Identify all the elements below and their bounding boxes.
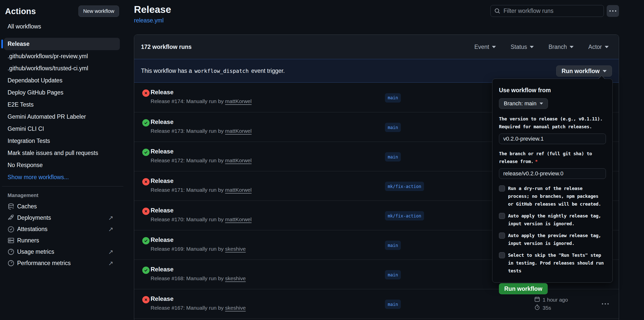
runs-panel-header: 172 workflow runs Event Status Branch Ac… bbox=[134, 35, 619, 59]
sidebar-item-caches[interactable]: Caches bbox=[0, 201, 125, 212]
banner-text: This workflow has aworkflow_dispatcheven… bbox=[141, 68, 285, 74]
run-title-link[interactable]: Release bbox=[151, 207, 251, 214]
branch-badge[interactable]: main bbox=[385, 270, 401, 279]
popup-text-input[interactable] bbox=[499, 168, 606, 179]
required-asterisk: * bbox=[535, 159, 538, 164]
popup-checkbox[interactable] bbox=[499, 233, 505, 239]
runs-filters: Event Status Branch Actor bbox=[474, 44, 609, 50]
show-more-workflows-link[interactable]: Show more workflows... bbox=[4, 171, 125, 183]
external-link-icon: ↗ bbox=[108, 226, 113, 232]
new-workflow-button[interactable]: New workflow bbox=[78, 6, 119, 17]
run-workflow-submit-button[interactable]: Run workflow bbox=[499, 283, 548, 294]
branch-badge[interactable]: main bbox=[385, 241, 401, 250]
popup-field-label: The version to release (e.g., v0.1.11). … bbox=[499, 115, 606, 131]
actor-link[interactable]: skeshive bbox=[225, 275, 246, 281]
branch-badge[interactable]: main bbox=[385, 300, 401, 309]
sidebar-item-workflow[interactable]: Gemini Automated PR Labeler bbox=[4, 111, 120, 123]
run-title-link[interactable]: Release bbox=[151, 177, 251, 184]
run-workflow-dropdown-button[interactable]: Run workflow bbox=[556, 66, 612, 77]
external-link-icon: ↗ bbox=[108, 249, 113, 255]
next-row-edge bbox=[134, 318, 619, 320]
run-description: Release #172: Manually run by mattKorwel bbox=[151, 157, 251, 164]
sidebar-item-workflow[interactable]: .github/workflows/pr-review.yml bbox=[4, 50, 120, 62]
filter-actor[interactable]: Actor bbox=[588, 44, 609, 50]
run-time-ago: 1 hour ago bbox=[543, 297, 568, 303]
run-title-link[interactable]: Release bbox=[151, 118, 251, 125]
actor-link[interactable]: mattKorwel bbox=[225, 187, 251, 193]
run-title-link[interactable]: Release bbox=[151, 266, 246, 273]
actor-link[interactable]: mattKorwel bbox=[225, 157, 251, 163]
sidebar-item-workflow[interactable]: E2E Tests bbox=[4, 99, 120, 111]
external-link-icon: ↗ bbox=[108, 215, 113, 221]
workflow-title: Release bbox=[134, 4, 171, 15]
chevron-down-icon bbox=[605, 46, 609, 48]
sidebar-divider bbox=[2, 186, 123, 186]
run-workflow-popup: Use workflow from Branch: main The versi… bbox=[492, 79, 613, 283]
sidebar-item-workflow[interactable]: Gemini CLI CI bbox=[4, 123, 120, 135]
chevron-down-icon bbox=[492, 46, 496, 48]
chevron-down-icon bbox=[603, 70, 607, 72]
branch-badge[interactable]: mk/fix-action bbox=[385, 211, 424, 220]
page-title: Actions bbox=[5, 7, 36, 16]
run-kebab-button[interactable] bbox=[600, 301, 611, 307]
popup-checkbox[interactable] bbox=[499, 185, 505, 191]
sidebar-item-deployments[interactable]: Deployments ↗ bbox=[0, 212, 125, 223]
sidebar-item-workflow[interactable]: Dependabot Updates bbox=[4, 74, 120, 86]
management-heading: Management bbox=[8, 193, 125, 198]
search-icon bbox=[494, 8, 500, 14]
sidebar-item-attestations[interactable]: Attestations ↗ bbox=[0, 223, 125, 235]
filter-branch[interactable]: Branch bbox=[548, 44, 574, 50]
branch-badge[interactable]: main bbox=[385, 123, 401, 132]
chevron-down-icon bbox=[530, 46, 534, 48]
actor-link[interactable]: mattKorwel bbox=[225, 98, 251, 104]
actor-link[interactable]: skeshive bbox=[225, 305, 246, 311]
run-meta: 1 hour ago 35s bbox=[534, 295, 568, 312]
actor-link[interactable]: skeshive bbox=[225, 246, 246, 252]
sidebar-item-workflow[interactable]: .github/workflows/trusted-ci.yml bbox=[4, 62, 120, 74]
sidebar-item-usage-metrics[interactable]: Usage metrics ↗ bbox=[0, 246, 125, 258]
chevron-down-icon bbox=[540, 103, 543, 105]
run-duration: 35s bbox=[543, 305, 551, 311]
branch-badge[interactable]: mk/fix-action bbox=[385, 182, 424, 191]
sidebar-item-performance-metrics[interactable]: Performance metrics ↗ bbox=[0, 258, 125, 269]
run-title-link[interactable]: Release bbox=[151, 236, 246, 243]
popup-checkbox-label: Auto apply the preview release tag, inpu… bbox=[508, 232, 605, 247]
cache-icon bbox=[8, 203, 14, 210]
sidebar-item-workflow[interactable]: Mark stale issues and pull requests bbox=[4, 147, 120, 159]
run-description: Release #173: Manually run by mattKorwel bbox=[151, 128, 251, 134]
workflow-file-link[interactable]: release.yml bbox=[134, 17, 164, 24]
chevron-down-icon bbox=[570, 46, 574, 48]
sidebar-item-all-workflows[interactable]: All workflows bbox=[8, 23, 41, 30]
popup-checkbox[interactable] bbox=[499, 213, 505, 219]
success-status-icon bbox=[142, 237, 150, 244]
banner-code: workflow_dispatch bbox=[194, 68, 249, 74]
verified-icon bbox=[8, 226, 14, 233]
actor-link[interactable]: mattKorwel bbox=[225, 216, 251, 222]
sidebar-item-workflow[interactable]: No Response bbox=[4, 159, 120, 171]
sidebar-item-workflow[interactable]: Deploy GitHub Pages bbox=[4, 86, 120, 99]
success-status-icon bbox=[142, 267, 150, 274]
selected-indicator bbox=[1, 40, 3, 48]
popup-text-input[interactable] bbox=[499, 134, 606, 144]
sidebar-item-workflow[interactable]: Integration Tests bbox=[4, 135, 120, 147]
run-title-link[interactable]: Release bbox=[151, 295, 246, 302]
actor-link[interactable]: mattKorwel bbox=[225, 128, 251, 134]
run-title-link[interactable]: Release bbox=[151, 89, 251, 96]
run-description: Release #171: Manually run by mattKorwel bbox=[151, 187, 251, 193]
success-status-icon bbox=[142, 149, 150, 156]
failure-status-icon bbox=[142, 296, 150, 303]
popup-checkbox-label: Run a dry-run of the release process; no… bbox=[508, 184, 605, 208]
sidebar-item-workflow[interactable]: Release bbox=[4, 38, 120, 50]
branch-selector-button[interactable]: Branch: main bbox=[499, 98, 548, 109]
filter-status[interactable]: Status bbox=[511, 44, 534, 50]
popup-checkbox[interactable] bbox=[499, 252, 505, 258]
sidebar-item-runners[interactable]: Runners bbox=[0, 235, 125, 246]
rocket-icon bbox=[8, 214, 14, 221]
filter-event[interactable]: Event bbox=[474, 44, 496, 50]
page-kebab-menu-button[interactable] bbox=[607, 5, 619, 17]
runs-count: 172 workflow runs bbox=[141, 44, 192, 50]
run-title-link[interactable]: Release bbox=[151, 148, 251, 155]
branch-badge[interactable]: main bbox=[385, 93, 401, 102]
filter-workflow-runs-input[interactable] bbox=[503, 8, 600, 14]
branch-badge[interactable]: main bbox=[385, 152, 401, 162]
